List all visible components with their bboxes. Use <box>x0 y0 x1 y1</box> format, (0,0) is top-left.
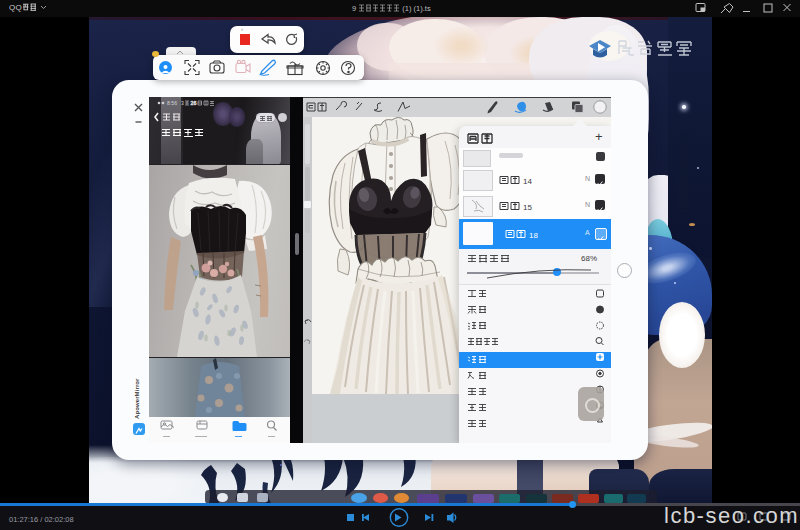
svg-text:8:56: 8:56 <box>167 100 177 106</box>
svg-text:15: 15 <box>523 203 532 212</box>
svg-text:3: 3 <box>181 100 184 106</box>
svg-text:18: 18 <box>529 231 538 240</box>
svg-text:14: 14 <box>523 177 532 186</box>
svg-text:26: 26 <box>191 100 197 106</box>
